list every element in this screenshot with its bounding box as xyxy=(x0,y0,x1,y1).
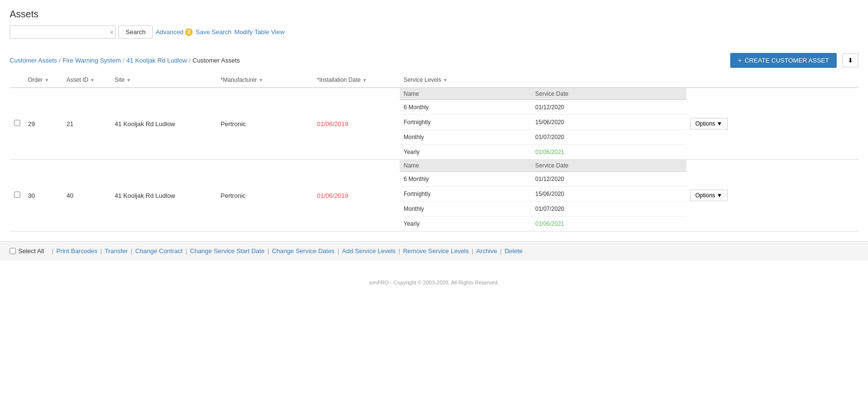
footer-separator: | xyxy=(398,247,400,255)
cell-asset-id: 40 xyxy=(63,160,111,231)
footer-link[interactable]: Change Service Dates xyxy=(272,247,335,255)
clear-icon[interactable]: × xyxy=(110,28,114,36)
save-search-link[interactable]: Save Search xyxy=(196,28,231,36)
cell-site: 41 Kooljak Rd Ludlow xyxy=(111,88,217,160)
service-level-row: Monthly01/07/2020 xyxy=(400,202,686,217)
page-title: Assets xyxy=(10,9,858,20)
service-level-date: 01/12/2020 xyxy=(531,100,686,115)
footer-link[interactable]: Archive xyxy=(476,247,497,255)
cell-options: Options ▼ xyxy=(686,88,859,160)
advanced-badge: 2 xyxy=(185,28,193,36)
footer-link[interactable]: Change Contract xyxy=(135,247,183,255)
service-level-name: 6 Monthly xyxy=(400,100,531,115)
service-levels-col-header: Name xyxy=(400,88,531,100)
service-level-row: Fortnightly15/06/2020 xyxy=(400,115,686,130)
search-input[interactable] xyxy=(10,26,116,39)
header-site[interactable]: Site ▼ xyxy=(111,73,217,88)
plus-icon: + xyxy=(738,57,742,64)
cell-site: 41 Kooljak Rd Ludlow xyxy=(111,160,217,231)
service-level-date: 01/07/2020 xyxy=(531,130,686,145)
breadcrumb-kooljak[interactable]: 41 Kooljak Rd Ludlow xyxy=(126,57,187,64)
cell-manufacturer: Pertronic xyxy=(217,88,313,160)
asset-id-sort-icon: ▼ xyxy=(90,77,95,83)
footer-link[interactable]: Transfer xyxy=(105,247,128,255)
options-button[interactable]: Options ▼ xyxy=(690,118,728,129)
export-button[interactable]: ⬇ xyxy=(842,53,858,67)
footer-separator: | xyxy=(185,247,187,255)
table-header-row: Order ▼ Asset ID ▼ Site ▼ *Manufacturer … xyxy=(10,73,858,88)
table-row: 292141 Kooljak Rd LudlowPertronic01/06/2… xyxy=(10,88,858,160)
header-service-levels[interactable]: Service Levels ▼ xyxy=(400,73,686,88)
service-level-date: 01/12/2020 xyxy=(531,172,686,187)
row-checkbox-cell xyxy=(10,88,24,160)
service-level-name: Fortnightly xyxy=(400,115,531,130)
footer-link[interactable]: Change Service Start Date xyxy=(190,247,265,255)
service-level-name: 6 Monthly xyxy=(400,172,531,187)
service-level-date: 01/07/2020 xyxy=(531,202,686,217)
service-level-date: 15/06/2020 xyxy=(531,115,686,130)
footer-link[interactable]: Remove Service Levels xyxy=(403,247,469,255)
assets-table: Order ▼ Asset ID ▼ Site ▼ *Manufacturer … xyxy=(10,73,858,231)
row-checkbox-cell xyxy=(10,160,24,231)
table-row: 304041 Kooljak Rd LudlowPertronic01/06/2… xyxy=(10,160,858,231)
options-label: Options xyxy=(696,192,715,199)
header-asset-id[interactable]: Asset ID ▼ xyxy=(63,73,111,88)
service-levels-col-header: Name xyxy=(400,160,531,172)
install-date-sort-icon: ▼ xyxy=(362,77,367,83)
modify-table-link[interactable]: Modify Table View xyxy=(234,28,284,36)
top-actions: Customer Assets / Fire Warning System / … xyxy=(0,48,868,73)
create-button-label: CREATE CUSTOMER ASSET xyxy=(745,57,829,64)
footer-link[interactable]: Print Barcodes xyxy=(56,247,97,255)
breadcrumb-fire-warning[interactable]: Fire Warning System xyxy=(63,57,121,64)
cell-service-levels: NameService Date6 Monthly01/12/2020Fortn… xyxy=(400,160,686,231)
service-level-row: 6 Monthly01/12/2020 xyxy=(400,172,686,187)
create-customer-asset-button[interactable]: + CREATE CUSTOMER ASSET xyxy=(730,53,837,68)
service-levels-table: NameService Date6 Monthly01/12/2020Fortn… xyxy=(400,160,686,231)
footer-link[interactable]: Delete xyxy=(504,247,523,255)
footer-separator: | xyxy=(500,247,501,255)
advanced-label: Advanced xyxy=(156,28,184,36)
advanced-link[interactable]: Advanced 2 xyxy=(156,28,193,36)
select-all-text: Select All xyxy=(18,247,44,255)
header-order[interactable]: Order ▼ xyxy=(24,73,63,88)
service-level-row: Yearly01/06/2021 xyxy=(400,217,686,231)
service-levels-col-header: Service Date xyxy=(531,88,686,100)
order-sort-icon: ▼ xyxy=(44,77,49,83)
service-level-row: Fortnightly15/06/2020 xyxy=(400,187,686,202)
footer-bar: Select All |Print Barcodes|Transfer|Chan… xyxy=(0,241,868,260)
footer-separator: | xyxy=(472,247,473,255)
service-levels-sort-icon: ▼ xyxy=(443,77,447,83)
copyright-text: simPRO - Copyright © 2003-2020, All Righ… xyxy=(369,280,499,285)
cell-order: 29 xyxy=(24,88,63,160)
cell-installation-date: 01/06/2019 xyxy=(313,88,400,160)
table-container: Order ▼ Asset ID ▼ Site ▼ *Manufacturer … xyxy=(0,73,868,231)
header-installation-date[interactable]: *Installation Date ▼ xyxy=(313,73,400,88)
row-checkbox[interactable] xyxy=(14,192,20,198)
footer-separator: | xyxy=(267,247,269,255)
footer-separator: | xyxy=(131,247,132,255)
service-levels-table: NameService Date6 Monthly01/12/2020Fortn… xyxy=(400,88,686,159)
cell-manufacturer: Pertronic xyxy=(217,160,313,231)
service-level-row: Yearly01/06/2021 xyxy=(400,145,686,160)
service-level-row: 6 Monthly01/12/2020 xyxy=(400,100,686,115)
row-checkbox[interactable] xyxy=(14,120,20,126)
options-button[interactable]: Options ▼ xyxy=(690,190,728,201)
header-manufacturer[interactable]: *Manufacturer ▼ xyxy=(217,73,313,88)
footer-link[interactable]: Add Service Levels xyxy=(342,247,395,255)
search-button[interactable]: Search xyxy=(118,26,153,39)
cell-asset-id: 21 xyxy=(63,88,111,160)
select-all-checkbox[interactable] xyxy=(10,248,16,254)
breadcrumb-current: Customer Assets xyxy=(193,57,240,64)
page-header: Assets × Search Advanced 2 Save Search M… xyxy=(0,0,868,48)
cell-order: 30 xyxy=(24,160,63,231)
service-level-name: Yearly xyxy=(400,217,531,231)
service-level-row: Monthly01/07/2020 xyxy=(400,130,686,145)
breadcrumb-customer-assets[interactable]: Customer Assets xyxy=(10,57,57,64)
site-sort-icon: ▼ xyxy=(126,77,131,83)
select-all-label[interactable]: Select All xyxy=(10,247,44,255)
breadcrumb-separator-1: / xyxy=(59,57,61,64)
header-checkbox xyxy=(10,73,24,88)
page-footer: simPRO - Copyright © 2003-2020, All Righ… xyxy=(0,280,868,295)
header-options xyxy=(686,73,859,88)
footer-separator: | xyxy=(52,247,53,255)
